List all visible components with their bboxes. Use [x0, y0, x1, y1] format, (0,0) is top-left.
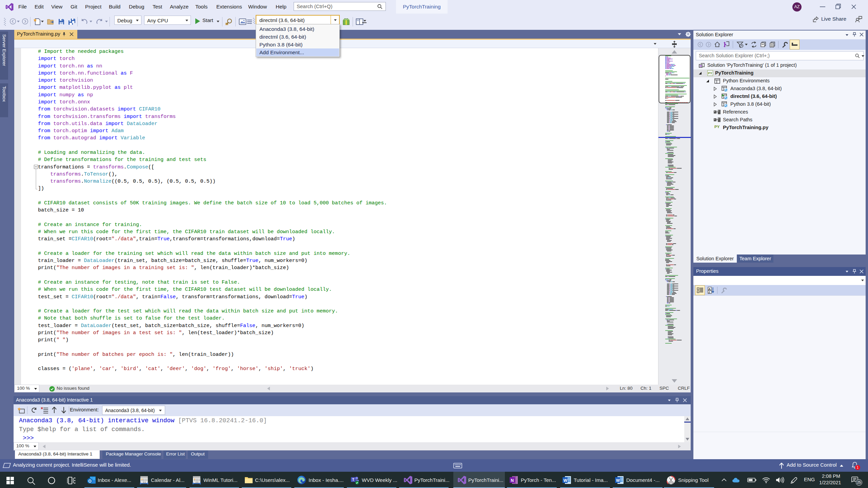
svg-text:T: T — [352, 477, 355, 482]
svg-text:W: W — [616, 478, 620, 483]
svg-text:N: N — [511, 478, 514, 483]
svg-text:+: + — [697, 288, 699, 290]
svg-text:Z: Z — [709, 291, 710, 294]
svg-text:+: + — [697, 291, 699, 293]
svg-text:O: O — [88, 479, 92, 484]
svg-text:A: A — [709, 287, 711, 290]
svg-text:W: W — [564, 478, 568, 483]
